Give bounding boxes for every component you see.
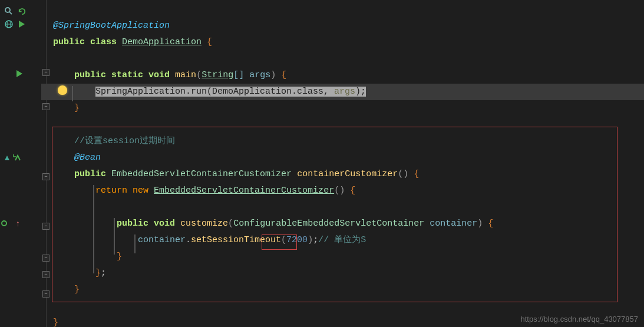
keyword: return: [95, 186, 127, 196]
type: ConfigurableEmbeddedServletContainer: [233, 219, 424, 229]
fold-toggle[interactable]: −: [42, 271, 49, 278]
annotation: @SpringBootApplication: [53, 21, 170, 31]
keyword: public: [117, 219, 148, 229]
indent-guide: [134, 234, 136, 253]
brace: }: [74, 285, 80, 295]
find-icon[interactable]: [4, 6, 14, 16]
run-line-icon[interactable]: [14, 68, 25, 79]
override-marker-icon[interactable]: [1, 220, 7, 226]
fold-toggle[interactable]: −: [42, 223, 49, 230]
keyword: void: [148, 70, 170, 80]
brace: {: [281, 70, 286, 80]
brace: {: [488, 219, 493, 229]
svg-line-1: [9, 12, 12, 14]
annotation: @Bean: [74, 153, 101, 163]
fold-toggle[interactable]: −: [42, 255, 49, 262]
var: container: [138, 235, 186, 245]
semi: ;: [313, 235, 318, 245]
comment: // 单位为S: [318, 235, 366, 245]
selected-end: );: [355, 87, 366, 97]
method-name: customize: [180, 219, 228, 229]
number-literal: 7200: [286, 235, 308, 245]
semi: ;: [101, 268, 106, 278]
keyword: new: [133, 186, 148, 196]
param: [] args: [233, 70, 270, 80]
keyword: public: [74, 169, 106, 179]
selected-args: args: [334, 87, 355, 97]
keyword: void: [154, 219, 175, 229]
keyword: static: [111, 70, 143, 80]
keyword: public: [53, 37, 85, 47]
type: String: [202, 70, 233, 80]
keyword: class: [90, 37, 117, 47]
brace: }: [117, 252, 122, 262]
dot: .: [186, 235, 191, 245]
globe-icon[interactable]: [4, 19, 14, 29]
gutter-column: ↑: [0, 0, 41, 327]
method-call: setSessionTimeout: [191, 235, 281, 245]
fold-toggle[interactable]: −: [42, 290, 49, 298]
code-editor[interactable]: @SpringBootApplication public class Demo…: [53, 18, 638, 327]
indent-guide: [93, 185, 94, 273]
brace: {: [414, 169, 419, 179]
brace: {: [350, 186, 355, 196]
brace: {: [207, 37, 212, 47]
method-name: containerCustomizer: [297, 169, 398, 179]
indent-guide: [114, 218, 115, 255]
brace: }: [74, 103, 80, 113]
type: EmbeddedServletContainerCustomizer: [111, 169, 292, 179]
indent-guide: [72, 86, 73, 101]
brace: }: [53, 318, 58, 327]
method-name: main: [175, 70, 196, 80]
comment: //设置session过期时间: [74, 136, 175, 146]
run-icon[interactable]: [16, 19, 27, 29]
gutter-top-icons: [4, 6, 27, 32]
parens: (): [398, 169, 408, 179]
fold-toggle[interactable]: −: [42, 173, 49, 180]
watermark-text: https://blog.csdn.net/qq_43077857: [521, 315, 639, 323]
vcs-changes-icon[interactable]: [4, 152, 24, 166]
override-up-icon[interactable]: ↑: [15, 219, 20, 229]
fold-toggle[interactable]: −: [42, 103, 49, 110]
type: EmbeddedServletContainerCustomizer: [154, 186, 334, 196]
keyword: public: [74, 70, 106, 80]
parens: (): [334, 186, 345, 196]
refresh-icon[interactable]: [16, 6, 27, 16]
param: container: [430, 219, 477, 229]
svg-point-0: [5, 8, 10, 12]
brace: }: [95, 268, 101, 278]
selected-code: SpringApplication.run(DemoApplication.cl…: [95, 87, 334, 97]
class-name: DemoApplication: [122, 37, 202, 47]
fold-toggle[interactable]: −: [42, 69, 49, 76]
